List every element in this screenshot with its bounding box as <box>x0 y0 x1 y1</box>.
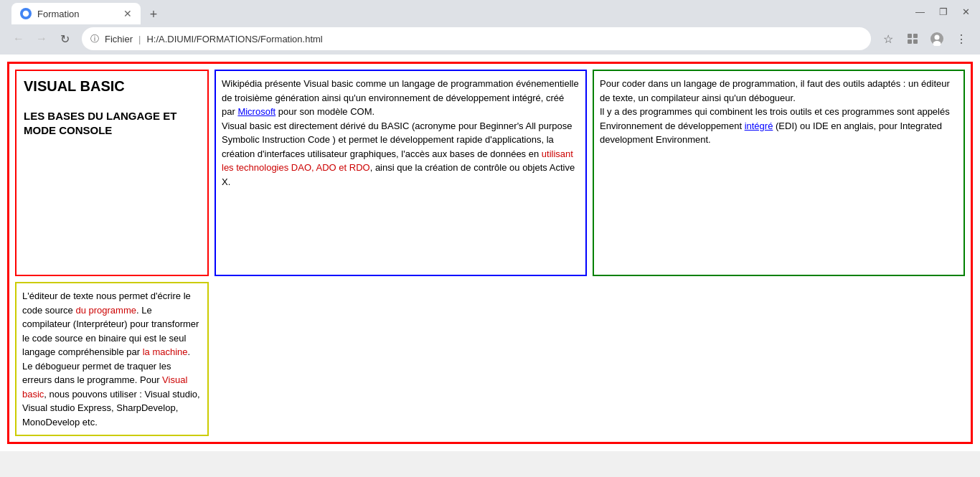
page-content: VISUAL BASIC LES BASES DU LANGAGE ET MOD… <box>0 55 980 451</box>
url-protocol: Fichier <box>105 34 133 44</box>
yellow-cell-text: L'éditeur de texte nous permet d'écrire … <box>22 289 202 429</box>
address-bar[interactable]: ⓘ Fichier | H:/A.DIUMI/FORMATIONS/Format… <box>82 27 871 50</box>
microsoft-link: Microsoft <box>237 106 275 117</box>
main-title: VISUAL BASIC <box>24 78 200 95</box>
top-row: VISUAL BASIC LES BASES DU LANGAGE ET MOD… <box>15 70 965 276</box>
new-tab-button[interactable]: + <box>143 4 164 24</box>
bottom-row: L'éditeur de texte nous permet d'écrire … <box>15 282 965 436</box>
highlight-utilisant: utilisant les technologies DAO, ADO et R… <box>222 148 573 174</box>
integrated-highlight: intégré <box>745 121 773 131</box>
tab-close-button[interactable]: ✕ <box>123 8 132 19</box>
url-path: H:/A.DIUMI/FORMATIONS/Formation.html <box>146 34 862 44</box>
blue-cell: Wikipédia présente Visual basic comme un… <box>215 70 587 276</box>
back-button[interactable]: ← <box>9 29 29 49</box>
browser-tab[interactable]: Formation ✕ <box>11 3 141 24</box>
reload-button[interactable]: ↻ <box>55 29 75 49</box>
bookmark-button[interactable]: ☆ <box>878 29 898 49</box>
svg-rect-3 <box>908 39 912 44</box>
url-separator: | <box>138 34 141 44</box>
maximize-button[interactable]: ❐ <box>935 5 952 19</box>
title-cell: VISUAL BASIC LES BASES DU LANGAGE ET MOD… <box>15 70 209 276</box>
highlight-vb: Visual basic <box>22 374 187 400</box>
highlight-machine: la machine <box>143 346 188 357</box>
tab-favicon <box>20 8 32 19</box>
extension-button[interactable] <box>903 29 923 49</box>
yellow-cell: L'éditeur de texte nous permet d'écrire … <box>15 282 209 436</box>
protocol-icon: ⓘ <box>90 33 99 45</box>
forward-button[interactable]: → <box>32 29 52 49</box>
svg-rect-4 <box>913 39 918 44</box>
svg-point-0 <box>22 10 29 17</box>
main-container: VISUAL BASIC LES BASES DU LANGAGE ET MOD… <box>7 62 973 444</box>
green-cell-text: Pour coder dans un langage de programmat… <box>600 77 958 147</box>
svg-point-6 <box>935 35 940 40</box>
menu-button[interactable]: ⋮ <box>951 29 971 49</box>
minimize-button[interactable]: — <box>911 5 929 19</box>
svg-rect-2 <box>913 34 918 38</box>
green-cell: Pour coder dans un langage de programmat… <box>593 70 965 276</box>
profile-button[interactable] <box>927 29 947 49</box>
highlight-source: du programme <box>75 305 136 316</box>
close-button[interactable]: ✕ <box>958 5 974 19</box>
tab-title: Formation <box>37 9 80 19</box>
svg-rect-1 <box>908 34 912 38</box>
blue-cell-text: Wikipédia présente Visual basic comme un… <box>222 77 580 189</box>
sub-title: LES BASES DU LANGAGE ET MODE CONSOLE <box>24 109 200 137</box>
